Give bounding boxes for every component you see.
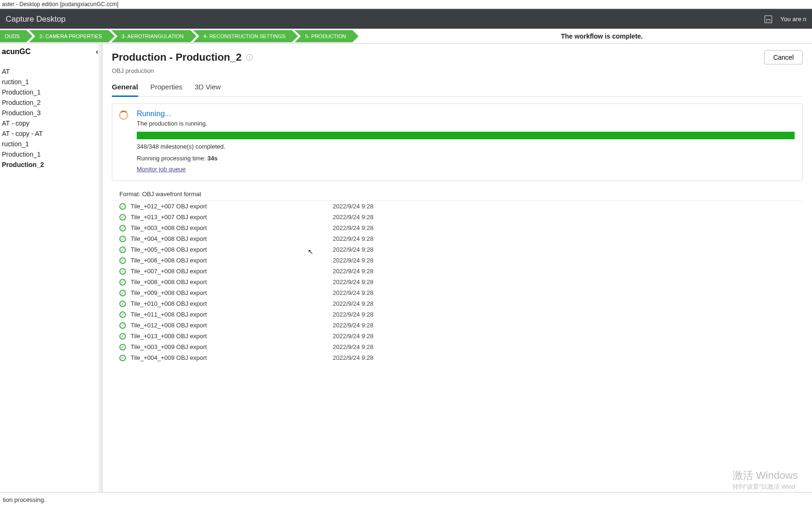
sidebar-item[interactable]: AT - copy [0,118,102,128]
sidebar: acunGC ‹ ATruction_1Production_1Producti… [0,44,102,492]
check-icon: ✓ [119,279,126,286]
tile-date: 2022/9/24 9:28 [333,333,374,340]
tile-name: Tile_+012_+007 OBJ export [131,203,333,210]
tile-name: Tile_+013_+007 OBJ export [131,214,333,221]
tile-name: Tile_+007_+008 OBJ export [131,268,333,275]
tile-date: 2022/9/24 9:28 [333,257,374,264]
tile-name: Tile_+004_+008 OBJ export [131,235,333,242]
tile-date: 2022/9/24 9:28 [333,224,374,231]
sidebar-item[interactable]: Production_1 [0,149,102,159]
tile-date: 2022/9/24 9:28 [333,246,374,253]
sidebar-item[interactable]: AT - copy - AT [0,128,102,139]
tile-name: Tile_+004_+009 OBJ export [131,354,333,361]
tile-row[interactable]: ✓Tile_+010_+008 OBJ export2022/9/24 9:28 [112,298,803,309]
check-icon: ✓ [119,290,126,296]
check-icon: ✓ [119,322,126,329]
app-header: Capture Desktop You are n [0,9,812,29]
tile-row[interactable]: ✓Tile_+007_+008 OBJ export2022/9/24 9:28 [112,266,803,277]
tile-name: Tile_+013_+008 OBJ export [131,333,333,340]
tile-row[interactable]: ✓Tile_+005_+008 OBJ export2022/9/24 9:28 [112,244,803,255]
check-icon: ✓ [119,268,126,275]
app-name: Capture Desktop [6,15,66,24]
check-icon: ✓ [119,355,126,361]
workflow-step[interactable]: 2- CAMERA PROPERTIES [29,30,109,42]
tile-row[interactable]: ✓Tile_+013_+007 OBJ export2022/9/24 9:28 [112,212,803,222]
tile-name: Tile_+009_+008 OBJ export [131,289,333,296]
tile-name: Tile_+008_+008 OBJ export [131,278,333,286]
workflow-step[interactable]: OUDS [0,30,26,42]
tile-date: 2022/9/24 9:28 [333,235,374,242]
tile-name: Tile_+003_+008 OBJ export [131,224,333,231]
tile-row[interactable]: ✓Tile_+004_+008 OBJ export2022/9/24 9:28 [112,233,803,244]
workflow-message: The workflow is complete. [561,32,643,40]
tile-name: Tile_+006_+008 OBJ export [131,257,333,264]
window-title: aster - Desktop edition [pudangxiacunGC.… [0,0,812,9]
monitor-job-queue-link[interactable]: Monitor job queue [137,166,186,173]
tile-row[interactable]: ✓Tile_+006_+008 OBJ export2022/9/24 9:28 [112,255,803,266]
workflow-step[interactable]: 5- PRODUCTION [295,30,352,42]
check-icon: ✓ [119,311,126,318]
workflow-step[interactable]: 3- AEROTRIANGULATION [111,30,190,42]
tab-3d-view[interactable]: 3D View [195,81,221,96]
tile-date: 2022/9/24 9:28 [333,354,374,361]
status-title: Running... [137,110,795,118]
tile-name: Tile_+003_+009 OBJ export [131,343,333,350]
sidebar-collapse-icon[interactable]: ‹ [96,48,98,56]
workflow-bar: OUDS2- CAMERA PROPERTIES3- AEROTRIANGULA… [0,29,812,44]
sidebar-scrollbar[interactable] [99,44,102,492]
tile-date: 2022/9/24 9:28 [333,311,374,318]
status-description: The production is running. [137,120,795,127]
tile-date: 2022/9/24 9:28 [333,300,374,307]
tab-properties[interactable]: Properties [150,81,182,96]
tile-name: Tile_+012_+008 OBJ export [131,322,333,329]
check-icon: ✓ [119,246,126,253]
tile-list[interactable]: ✓Tile_+012_+007 OBJ export2022/9/24 9:28… [112,200,803,363]
workflow-step[interactable]: 4- RECONSTRUCTION SETTINGS [193,30,292,42]
sidebar-title: acunGC [2,48,31,56]
runtime-label: Running processing time: [137,155,207,162]
tile-name: Tile_+005_+008 OBJ export [131,246,333,253]
tile-row[interactable]: ✓Tile_+013_+008 OBJ export2022/9/24 9:28 [112,331,803,341]
sidebar-item[interactable]: Production_3 [0,108,102,118]
main-panel: Production - Production_2 i Cancel OBJ p… [102,44,812,492]
tile-row[interactable]: ✓Tile_+004_+009 OBJ export2022/9/24 9:28 [112,352,803,363]
tile-row[interactable]: ✓Tile_+003_+008 OBJ export2022/9/24 9:28 [112,222,803,233]
tile-name: Tile_+010_+008 OBJ export [131,300,333,307]
check-icon: ✓ [119,301,126,307]
runtime-row: Running processing time: 34s [137,155,795,162]
check-icon: ✓ [119,236,126,242]
tile-date: 2022/9/24 9:28 [333,322,374,329]
progress-bar [137,132,795,139]
tab-general[interactable]: General [112,81,138,97]
page-subtitle: OBJ production [112,67,803,74]
sidebar-item[interactable]: Production_2 [0,159,102,170]
sidebar-item[interactable]: AT [0,66,102,77]
cancel-button[interactable]: Cancel [764,50,803,64]
tile-date: 2022/9/24 9:28 [333,268,374,275]
tile-row[interactable]: ✓Tile_+008_+008 OBJ export2022/9/24 9:28 [112,277,803,287]
login-status-text: You are n [781,16,806,23]
status-panel: Running... The production is running. 34… [112,103,803,181]
check-icon: ✓ [119,257,126,264]
page-title: Production - Production_2 [112,51,242,64]
milestones-text: 348/348 milestone(s) completed. [137,143,795,150]
tile-row[interactable]: ✓Tile_+009_+008 OBJ export2022/9/24 9:28 [112,287,803,298]
tile-row[interactable]: ✓Tile_+012_+008 OBJ export2022/9/24 9:28 [112,320,803,331]
check-icon: ✓ [119,344,126,350]
check-icon: ✓ [119,225,126,231]
tile-date: 2022/9/24 9:28 [333,343,374,350]
runtime-value: 34s [207,155,218,162]
sidebar-item[interactable]: ruction_1 [0,77,102,87]
tile-row[interactable]: ✓Tile_+003_+009 OBJ export2022/9/24 9:28 [112,341,803,352]
sidebar-item[interactable]: Production_2 [0,97,102,108]
check-icon: ✓ [119,203,126,210]
tile-date: 2022/9/24 9:28 [333,203,374,210]
sidebar-item[interactable]: ruction_1 [0,139,102,149]
sidebar-item[interactable]: Production_1 [0,87,102,97]
running-spinner-icon [119,111,128,120]
save-icon[interactable] [765,16,772,23]
info-icon[interactable]: i [246,54,253,61]
check-icon: ✓ [119,214,126,221]
tile-row[interactable]: ✓Tile_+012_+007 OBJ export2022/9/24 9:28 [112,201,803,212]
tile-row[interactable]: ✓Tile_+011_+008 OBJ export2022/9/24 9:28 [112,309,803,320]
